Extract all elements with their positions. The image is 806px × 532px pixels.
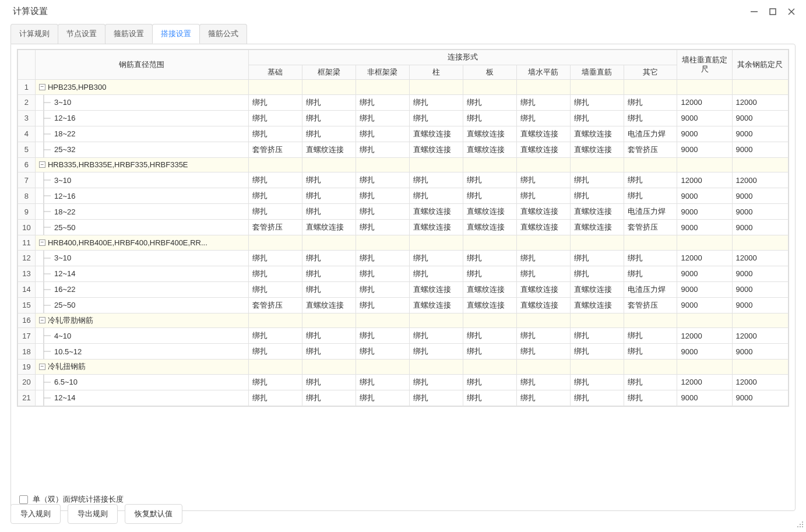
value-cell[interactable]: 套管挤压 xyxy=(248,297,302,313)
value-cell[interactable]: 绑扎 xyxy=(409,172,463,188)
value-cell[interactable]: 绑扎 xyxy=(570,344,624,360)
value-cell[interactable]: 绑扎 xyxy=(302,250,356,266)
value-cell[interactable]: 9000 xyxy=(732,126,788,142)
value-cell[interactable] xyxy=(248,360,302,375)
table-row[interactable]: 123~10绑扎绑扎绑扎绑扎绑扎绑扎绑扎绑扎1200012000 xyxy=(18,250,789,266)
value-cell[interactable]: 绑扎 xyxy=(248,94,302,110)
range-cell[interactable]: 10.5~12 xyxy=(35,344,248,360)
col-conn-5[interactable]: 墙水平筋 xyxy=(516,65,570,80)
value-cell[interactable]: 绑扎 xyxy=(356,110,409,126)
value-cell[interactable]: 绑扎 xyxy=(570,172,624,188)
value-cell[interactable]: 9000 xyxy=(677,281,732,297)
import-button[interactable]: 导入规则 xyxy=(10,504,61,524)
value-cell[interactable]: 绑扎 xyxy=(302,110,356,126)
value-cell[interactable]: 绑扎 xyxy=(356,328,409,344)
tab-4[interactable]: 箍筋公式 xyxy=(199,24,247,44)
range-cell[interactable]: −HRB335,HRB335E,HRBF335,HRBF335E xyxy=(35,157,248,172)
value-cell[interactable]: 绑扎 xyxy=(248,374,302,390)
table-row[interactable]: 2112~14绑扎绑扎绑扎绑扎绑扎绑扎绑扎绑扎90009000 xyxy=(18,390,789,406)
value-cell[interactable] xyxy=(624,80,677,95)
value-cell[interactable]: 直螺纹连接 xyxy=(409,142,463,157)
value-cell[interactable]: 绑扎 xyxy=(463,188,516,204)
value-cell[interactable]: 绑扎 xyxy=(302,126,356,142)
table-row[interactable]: 19−冷轧扭钢筋 xyxy=(18,360,789,375)
value-cell[interactable]: 绑扎 xyxy=(356,344,409,360)
value-cell[interactable]: 直螺纹连接 xyxy=(463,204,516,220)
value-cell[interactable]: 绑扎 xyxy=(570,94,624,110)
table-row[interactable]: 174~10绑扎绑扎绑扎绑扎绑扎绑扎绑扎绑扎1200012000 xyxy=(18,328,789,344)
col-fix1[interactable]: 墙柱垂直筋定尺 xyxy=(677,50,732,80)
collapse-icon[interactable]: − xyxy=(39,317,45,323)
value-cell[interactable] xyxy=(463,80,516,95)
value-cell[interactable] xyxy=(409,360,463,375)
value-cell[interactable]: 9000 xyxy=(677,126,732,142)
value-cell[interactable] xyxy=(356,360,409,375)
value-cell[interactable]: 绑扎 xyxy=(356,94,409,110)
table-row[interactable]: 16−冷轧带肋钢筋 xyxy=(18,313,789,328)
value-cell[interactable]: 直螺纹连接 xyxy=(516,142,570,157)
value-cell[interactable]: 9000 xyxy=(677,344,732,360)
value-cell[interactable]: 绑扎 xyxy=(302,281,356,297)
value-cell[interactable]: 绑扎 xyxy=(624,328,677,344)
range-cell[interactable]: 3~10 xyxy=(35,94,248,110)
value-cell[interactable]: 12000 xyxy=(732,250,788,266)
value-cell[interactable] xyxy=(463,157,516,172)
value-cell[interactable]: 绑扎 xyxy=(302,204,356,220)
value-cell[interactable] xyxy=(570,313,624,328)
value-cell[interactable]: 直螺纹连接 xyxy=(409,204,463,220)
value-cell[interactable]: 绑扎 xyxy=(516,266,570,281)
resize-grip[interactable] xyxy=(797,521,804,530)
value-cell[interactable]: 直螺纹连接 xyxy=(516,297,570,313)
value-cell[interactable] xyxy=(732,235,788,251)
table-row[interactable]: 312~16绑扎绑扎绑扎绑扎绑扎绑扎绑扎绑扎90009000 xyxy=(18,110,789,126)
tab-2[interactable]: 箍筋设置 xyxy=(105,24,153,44)
range-cell[interactable]: −冷轧带肋钢筋 xyxy=(35,313,248,328)
value-cell[interactable]: 绑扎 xyxy=(516,188,570,204)
value-cell[interactable]: 12000 xyxy=(677,172,732,188)
range-cell[interactable]: −HPB235,HPB300 xyxy=(35,80,248,95)
range-cell[interactable]: 4~10 xyxy=(35,328,248,344)
value-cell[interactable] xyxy=(302,360,356,375)
value-cell[interactable]: 绑扎 xyxy=(624,344,677,360)
value-cell[interactable]: 绑扎 xyxy=(570,188,624,204)
value-cell[interactable]: 绑扎 xyxy=(463,266,516,281)
range-cell[interactable]: −冷轧扭钢筋 xyxy=(35,360,248,375)
value-cell[interactable] xyxy=(677,235,732,251)
value-cell[interactable]: 12000 xyxy=(732,328,788,344)
value-cell[interactable]: 套管挤压 xyxy=(624,142,677,157)
minimize-button[interactable] xyxy=(750,8,758,16)
value-cell[interactable]: 12000 xyxy=(677,94,732,110)
table-row[interactable]: 812~16绑扎绑扎绑扎绑扎绑扎绑扎绑扎绑扎90009000 xyxy=(18,188,789,204)
tab-0[interactable]: 计算规则 xyxy=(10,24,58,44)
value-cell[interactable]: 绑扎 xyxy=(356,281,409,297)
value-cell[interactable]: 直螺纹连接 xyxy=(409,297,463,313)
value-cell[interactable]: 套管挤压 xyxy=(248,142,302,157)
value-cell[interactable]: 绑扎 xyxy=(356,220,409,235)
value-cell[interactable]: 直螺纹连接 xyxy=(409,281,463,297)
value-cell[interactable]: 绑扎 xyxy=(409,110,463,126)
value-cell[interactable]: 绑扎 xyxy=(248,126,302,142)
value-cell[interactable]: 绑扎 xyxy=(302,328,356,344)
range-cell[interactable]: 18~22 xyxy=(35,204,248,220)
range-cell[interactable]: 3~10 xyxy=(35,250,248,266)
table-row[interactable]: 206.5~10绑扎绑扎绑扎绑扎绑扎绑扎绑扎绑扎1200012000 xyxy=(18,374,789,390)
value-cell[interactable] xyxy=(356,235,409,251)
weld-checkbox[interactable] xyxy=(19,495,28,504)
value-cell[interactable]: 9000 xyxy=(732,204,788,220)
range-cell[interactable]: 16~22 xyxy=(35,281,248,297)
value-cell[interactable]: 绑扎 xyxy=(624,110,677,126)
value-cell[interactable]: 9000 xyxy=(677,266,732,281)
value-cell[interactable]: 直螺纹连接 xyxy=(302,142,356,157)
collapse-icon[interactable]: − xyxy=(39,161,45,168)
value-cell[interactable]: 绑扎 xyxy=(409,374,463,390)
value-cell[interactable] xyxy=(463,313,516,328)
value-cell[interactable]: 12000 xyxy=(677,328,732,344)
value-cell[interactable]: 绑扎 xyxy=(356,250,409,266)
value-cell[interactable]: 绑扎 xyxy=(463,390,516,406)
value-cell[interactable] xyxy=(677,313,732,328)
value-cell[interactable]: 绑扎 xyxy=(516,172,570,188)
range-cell[interactable]: 25~50 xyxy=(35,220,248,235)
value-cell[interactable]: 绑扎 xyxy=(409,250,463,266)
value-cell[interactable]: 绑扎 xyxy=(624,266,677,281)
value-cell[interactable] xyxy=(624,157,677,172)
